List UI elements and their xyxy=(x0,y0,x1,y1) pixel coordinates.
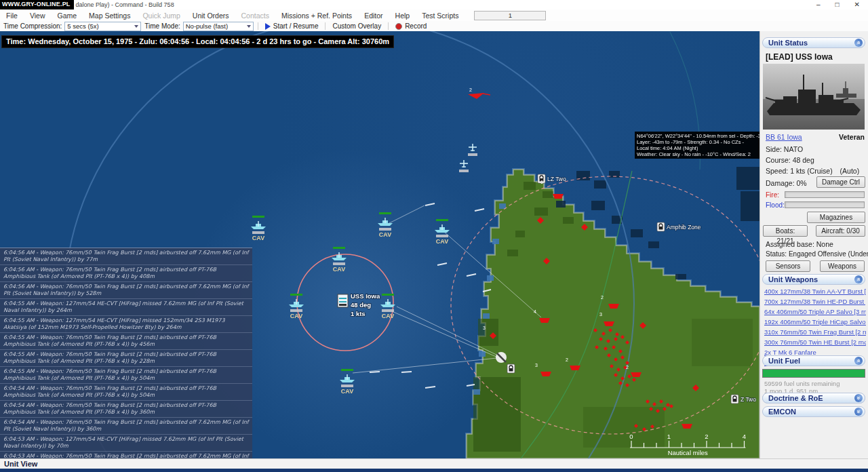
unit-tag xyxy=(290,309,302,312)
health-bar xyxy=(341,369,353,371)
weapon-link[interactable]: 400x 127mm/38 Twin AA-VT Burst [AntiAirc… xyxy=(764,286,866,296)
menu-map-settings[interactable]: Map Settings xyxy=(83,11,136,20)
friendly-aircraft-icon[interactable] xyxy=(459,160,469,172)
menu-view[interactable]: View xyxy=(24,11,52,20)
time-compression-select[interactable]: 5 secs (5x) xyxy=(64,22,141,31)
time-compression-label: Time Compression: xyxy=(3,22,62,30)
time-compression-value: 5 secs (5x) xyxy=(67,22,98,30)
collapse-icon[interactable]: » xyxy=(854,275,863,283)
unit-class-link[interactable]: BB 61 Iowa xyxy=(766,133,802,141)
log-entry: 6:04:54 AM - Weapon: 76mm/50 Twin Frag B… xyxy=(0,401,252,418)
tooltip-line: Weather: Clear sky - No rain - -10°C - W… xyxy=(637,151,760,157)
custom-overlay-label: Custom Overlay xyxy=(332,22,381,30)
record-icon xyxy=(395,23,402,30)
menu-bar: FileViewGameMap SettingsQuick JumpUnit O… xyxy=(0,9,868,22)
tooltip-line: Local time: 4:04 AM (Night) xyxy=(637,145,760,151)
friendly-ship-icon[interactable]: CAV xyxy=(251,216,266,241)
unit-count-label: 3 xyxy=(483,326,486,330)
weapon-link[interactable]: 64x 406mm/50 Triple AP Salvo [3 rnds] xyxy=(764,307,866,317)
collapse-icon[interactable]: » xyxy=(854,39,863,47)
time-mode-select[interactable]: No-pulse (fast) xyxy=(183,22,254,31)
scale-tick-label: 2 xyxy=(705,433,708,440)
menu-editor[interactable]: Editor xyxy=(358,11,389,20)
play-icon xyxy=(265,23,271,30)
chevron-down-icon xyxy=(134,25,138,28)
weapon-link[interactable]: 700x 127mm/38 Twin HE-PD Burst [HiCap, 2… xyxy=(764,296,866,307)
weapon-link[interactable]: 310x 76mm/50 Twin Frag Burst [2 rnds] xyxy=(764,327,866,337)
menu-contacts[interactable]: Contacts xyxy=(235,11,275,20)
window-title: dalone Play) - Command - Build 758 xyxy=(76,1,174,8)
status-bar-label: Unit View xyxy=(4,460,37,468)
magazines-button[interactable]: Magazines xyxy=(807,212,865,223)
custom-overlay-button[interactable]: Custom Overlay xyxy=(330,22,384,30)
status-bar: Unit View xyxy=(0,458,868,469)
minimize-button[interactable]: – xyxy=(816,1,821,8)
scale-caption: Nautical miles xyxy=(668,449,708,456)
ownship-icon[interactable]: USS Iowa48 deg1 kts xyxy=(338,292,380,317)
boats-button[interactable]: Boats: 21/21 xyxy=(763,225,808,237)
emcon-header[interactable]: EMCON » xyxy=(762,406,865,417)
unit-title: [LEAD] USS Iowa xyxy=(766,52,865,62)
damage-ctrl-button[interactable]: Damage Ctrl xyxy=(816,176,865,188)
restore-button[interactable]: □ xyxy=(835,1,840,8)
ref-point-label: Z Two xyxy=(741,396,756,403)
status-row: Status: Engaged Offensive (Underway) xyxy=(766,250,865,258)
close-button[interactable]: ✕ xyxy=(854,1,860,8)
hostile-air-contact xyxy=(468,93,490,99)
unit-count-label: 2 xyxy=(626,365,629,370)
menu-test-scripts[interactable]: Test Scripts xyxy=(416,11,465,20)
weapon-link[interactable]: 192x 406mm/50 Triple HiCap Salvo [3 rnds… xyxy=(764,317,866,327)
record-button[interactable]: Record xyxy=(393,22,429,30)
flood-bar xyxy=(785,201,865,208)
log-entry: 6:04:55 AM - Weapon: 127mm/54 HE-CVT [Hi… xyxy=(0,299,252,316)
time-mode-label: Time Mode: xyxy=(144,22,180,30)
emcon-title: EMCON xyxy=(768,408,796,416)
menu-unit-orders[interactable]: Unit Orders xyxy=(186,11,235,20)
aircraft-button[interactable]: Aircraft: 0/30 xyxy=(816,225,865,237)
menu-missions-ref-points[interactable]: Missions + Ref. Points xyxy=(275,11,358,20)
menu-file[interactable]: File xyxy=(0,11,24,20)
collapse-icon[interactable]: » xyxy=(854,357,863,365)
friendly-aircraft-icon[interactable] xyxy=(468,144,477,156)
expand-icon[interactable]: » xyxy=(854,394,863,402)
tooltip-line: Layer: -43m to -79m - Strength: 0.34 - N… xyxy=(637,139,760,145)
friendly-ship-icon[interactable]: CAV xyxy=(378,212,393,238)
scale-tick-label: 0 xyxy=(629,433,633,440)
health-bar xyxy=(436,219,448,221)
sensors-button[interactable]: Sensors xyxy=(766,260,810,272)
health-bar xyxy=(290,294,302,296)
friendly-ship-icon[interactable]: CAV xyxy=(340,369,355,395)
weapon-link[interactable]: 300x 76mm/50 Twin HE Burst [2 rnds] xyxy=(764,337,866,347)
scale-tick-label: 1 xyxy=(667,433,671,440)
friendly-ship-icon[interactable]: CAV xyxy=(435,219,450,245)
ship-label: CAV xyxy=(252,235,264,241)
health-bar xyxy=(379,212,391,214)
start-resume-button[interactable]: Start / Resume xyxy=(262,22,321,30)
message-log[interactable]: 6:04:56 AM - Weapon: 76mm/50 Twin Frag B… xyxy=(0,248,252,458)
unit-weapons-header[interactable]: Unit Weapons » xyxy=(762,274,865,285)
friendly-ship-icon[interactable]: CAV xyxy=(332,247,347,273)
unit-fuel-header[interactable]: Unit Fuel » xyxy=(762,355,865,366)
menu-help[interactable]: Help xyxy=(389,11,416,20)
health-bar xyxy=(252,216,264,218)
menu-quick-jump[interactable]: Quick Jump xyxy=(136,11,186,20)
script-count-box[interactable]: 1 xyxy=(474,11,546,20)
map-canvas[interactable]: CAVCAVCAVCAVCAVCAVCAVUSS Iowa48 deg1 kts… xyxy=(0,31,760,458)
ship-label: CAV xyxy=(290,313,302,319)
friendly-ship-icon[interactable]: CAV xyxy=(289,294,304,319)
expand-icon[interactable]: » xyxy=(854,408,863,416)
unit-status-header[interactable]: Unit Status » xyxy=(762,37,865,48)
unit-tag xyxy=(341,385,353,387)
unit-photo xyxy=(763,64,865,130)
weapons-button[interactable]: Weapons xyxy=(820,260,865,272)
unit-count-label: 2 xyxy=(469,87,472,92)
log-entry: 6:04:56 AM - Weapon: 76mm/50 Twin Frag B… xyxy=(0,282,252,299)
tooltip-line: N64°06'22", W22°34'44" - 10.54nm from se… xyxy=(637,133,760,139)
doctrine-roe-header[interactable]: Doctrine & RoE » xyxy=(762,393,865,404)
log-entry: 6:04:56 AM - Weapon: 76mm/50 Twin Frag B… xyxy=(0,265,252,282)
log-entry: 6:04:54 AM - Weapon: 76mm/50 Twin Frag B… xyxy=(0,384,252,401)
assigned-base-row: Assigned base: None xyxy=(766,240,865,248)
menu-game[interactable]: Game xyxy=(52,11,83,20)
unit-count-label: 6 xyxy=(540,180,543,184)
side-row: Side: NATO xyxy=(766,145,865,153)
